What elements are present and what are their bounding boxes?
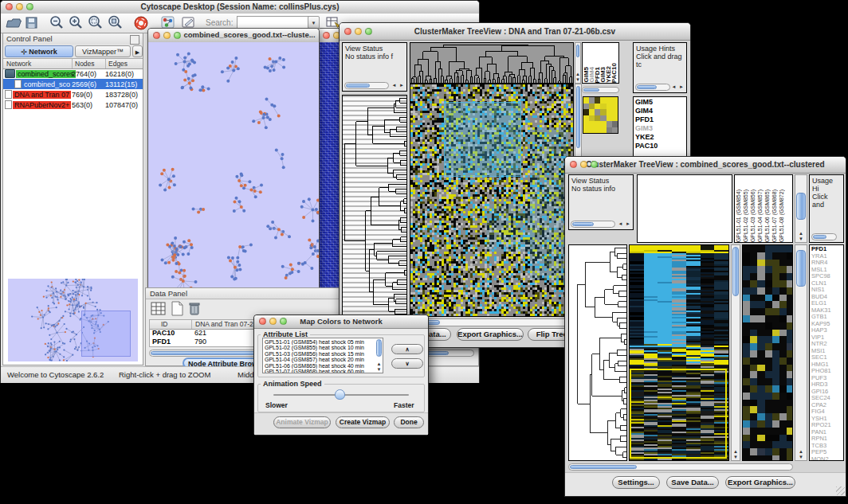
attribute-item[interactable]: GPL51-01 (GSM854) heat shock 05 min bbox=[265, 339, 381, 345]
tv2-status-scrollbar[interactable] bbox=[571, 221, 615, 228]
network-name[interactable]: DNA and Tran 07 bbox=[13, 91, 71, 99]
tv2-settings-button[interactable]: Settings... bbox=[612, 476, 660, 489]
close-icon[interactable] bbox=[153, 32, 160, 39]
tv2-export-graphics-button[interactable]: Export Graphics... bbox=[725, 476, 795, 489]
gene-label[interactable]: NTR2 bbox=[811, 341, 842, 348]
gene-label[interactable]: YRA1 bbox=[811, 253, 842, 260]
close-icon[interactable] bbox=[6, 3, 13, 10]
gene-label[interactable]: HAP3 bbox=[811, 327, 842, 334]
gene-label[interactable]: PEP5 bbox=[811, 449, 842, 456]
treeview1-controls[interactable] bbox=[344, 28, 372, 35]
minimize-icon[interactable] bbox=[580, 161, 587, 168]
tv1-coltree-vscrollbar[interactable]: ▲▼ bbox=[575, 42, 581, 84]
zoom-out-icon[interactable] bbox=[49, 15, 65, 30]
tv2-column-tree-area[interactable] bbox=[637, 174, 732, 243]
network-row[interactable]: RNAPuberNov2+ 563(0) 107847(0) bbox=[3, 100, 143, 110]
speed-slider-thumb[interactable] bbox=[335, 389, 345, 400]
network-row[interactable]: combined_scores 2764(0) 16218(0) bbox=[3, 68, 143, 79]
gene-label[interactable]: RNR4 bbox=[811, 260, 842, 267]
tv2-col-label[interactable]: GPL51-01 (GSM854) bbox=[736, 189, 743, 242]
tv2-global-heatmap[interactable] bbox=[629, 244, 729, 461]
zoom-fit-icon[interactable] bbox=[88, 15, 104, 30]
gene-label[interactable]: VIP1 bbox=[811, 334, 842, 342]
float-panel-icon[interactable] bbox=[130, 35, 139, 45]
gene-label[interactable]: PUF3 bbox=[811, 375, 842, 382]
tv2-hints-scrollbar[interactable] bbox=[811, 233, 837, 240]
tv2-coltree-vscrollbar[interactable]: ▲▼ bbox=[795, 174, 807, 243]
gene-label[interactable]: GTB1 bbox=[811, 314, 842, 321]
gene-label[interactable]: GIM4 bbox=[635, 107, 685, 115]
network-name[interactable]: combined_scores bbox=[16, 70, 76, 78]
tv1-status-scrollbar[interactable] bbox=[344, 82, 389, 89]
network-overview-thumbnail[interactable] bbox=[8, 279, 138, 361]
gene-label[interactable]: MSI1 bbox=[811, 348, 842, 355]
col-nodes[interactable]: Nodes bbox=[72, 59, 95, 68]
gene-label[interactable]: PAC10 bbox=[635, 142, 685, 150]
gene-label[interactable]: MAK31 bbox=[811, 307, 842, 315]
window-controls[interactable] bbox=[6, 3, 33, 10]
tv1-heatmap[interactable] bbox=[410, 84, 574, 317]
tv2-zoom-heatmap[interactable] bbox=[742, 244, 793, 461]
attr-col-id[interactable]: ID bbox=[161, 320, 168, 329]
tv1-col-label[interactable]: PAC10 bbox=[611, 63, 617, 83]
treeview1-titlebar[interactable]: ClusterMaker TreeView : DNA and Tran 07-… bbox=[340, 23, 690, 41]
tv2-heatmap-vscrollbar[interactable]: ▲▼ bbox=[731, 244, 740, 461]
tv1-export-graphics-button[interactable]: Export Graphics... bbox=[457, 328, 524, 341]
gene-label[interactable]: PFD1 bbox=[635, 115, 685, 124]
attribute-item[interactable]: GPL51-07 (GSM868) heat shock 60 min bbox=[265, 369, 381, 373]
gene-label[interactable]: CLN1 bbox=[811, 280, 842, 287]
treeview2-controls[interactable] bbox=[570, 161, 598, 168]
tv2-col-label[interactable]: GPL51-07 (GSM868) bbox=[771, 189, 779, 242]
tv1-zoom-hscrollbar[interactable] bbox=[582, 87, 619, 93]
attribute-listbox[interactable]: GPL51-01 (GSM854) heat shock 05 minGPL51… bbox=[262, 338, 383, 373]
tabs-overflow-button[interactable]: ▶ bbox=[132, 45, 143, 57]
scroll-arrows[interactable]: ◄ ► bbox=[671, 83, 685, 91]
network-name[interactable]: combined_sco bbox=[22, 80, 72, 88]
gene-label[interactable]: MSL1 bbox=[811, 267, 842, 274]
tab-vizmapper[interactable]: VizMapper™ bbox=[75, 45, 131, 57]
gene-label[interactable]: KAP95 bbox=[811, 321, 842, 328]
help-lifering-icon[interactable] bbox=[133, 15, 149, 31]
new-attribute-icon[interactable] bbox=[171, 301, 184, 317]
gene-label[interactable]: SPC98 bbox=[811, 273, 842, 280]
overview-viewport-rect[interactable] bbox=[81, 311, 131, 357]
gene-label[interactable]: SEC24 bbox=[811, 395, 842, 402]
open-session-icon[interactable] bbox=[6, 16, 22, 29]
col-network[interactable]: Network bbox=[6, 59, 31, 68]
close-icon[interactable] bbox=[344, 28, 351, 35]
minimize-icon[interactable] bbox=[355, 28, 362, 35]
scroll-arrows[interactable]: ◄ ► bbox=[391, 81, 405, 89]
close-icon[interactable] bbox=[570, 161, 577, 168]
gene-label[interactable]: YSH1 bbox=[811, 416, 842, 423]
gene-label[interactable]: SEC1 bbox=[811, 354, 842, 361]
resize-grip[interactable] bbox=[836, 486, 845, 495]
treeview2-titlebar[interactable]: ClusterMaker TreeView : combined_scores_… bbox=[565, 157, 846, 174]
tv2-row-dendrogram[interactable] bbox=[568, 244, 627, 461]
attribute-item[interactable]: GPL51-03 (GSM856) heat shock 15 min bbox=[265, 351, 381, 357]
gene-label[interactable]: RPN1 bbox=[811, 436, 842, 443]
minimize-icon[interactable] bbox=[269, 318, 277, 325]
zoom-window-icon[interactable] bbox=[280, 318, 287, 325]
gene-label[interactable]: NIS1 bbox=[811, 287, 842, 294]
gene-label[interactable]: HMG1 bbox=[811, 361, 842, 369]
network-window-1[interactable]: combined_scores_good.txt--cluste... bbox=[147, 28, 320, 292]
delete-attribute-trash-icon[interactable] bbox=[187, 300, 202, 318]
network-window-1-titlebar[interactable]: combined_scores_good.txt--cluste... bbox=[148, 29, 319, 43]
gene-label[interactable]: YKE2 bbox=[635, 133, 685, 142]
gene-label[interactable]: GIM3 bbox=[635, 124, 685, 133]
tv2-col-label[interactable]: GPL51-04 (GSM857) bbox=[757, 189, 764, 242]
network-window-1-controls[interactable] bbox=[153, 32, 181, 39]
zoom-window-icon[interactable] bbox=[26, 3, 33, 10]
animate-vizmap-button[interactable]: Animate Vizmap bbox=[273, 416, 331, 428]
network-canvas[interactable] bbox=[148, 42, 319, 291]
gene-label[interactable]: PFD1 bbox=[811, 246, 842, 253]
search-dropdown-button[interactable]: ▼ bbox=[308, 16, 320, 29]
attribute-item[interactable]: GPL51-02 (GSM855) heat shock 10 min bbox=[265, 345, 381, 350]
attribute-item[interactable]: GPL51-06 (GSM865) heat shock 40 min bbox=[265, 363, 381, 369]
tv2-col-label[interactable]: GPL51-03 (GSM856) bbox=[750, 189, 757, 242]
gene-label[interactable]: PAN1 bbox=[811, 429, 842, 436]
network-row[interactable]: combined_sco 2569(6) 13112(15) bbox=[3, 79, 143, 89]
done-button[interactable]: Done bbox=[394, 416, 424, 428]
tv2-save-data-button[interactable]: Save Data... bbox=[666, 476, 719, 489]
save-session-icon[interactable] bbox=[26, 16, 38, 29]
